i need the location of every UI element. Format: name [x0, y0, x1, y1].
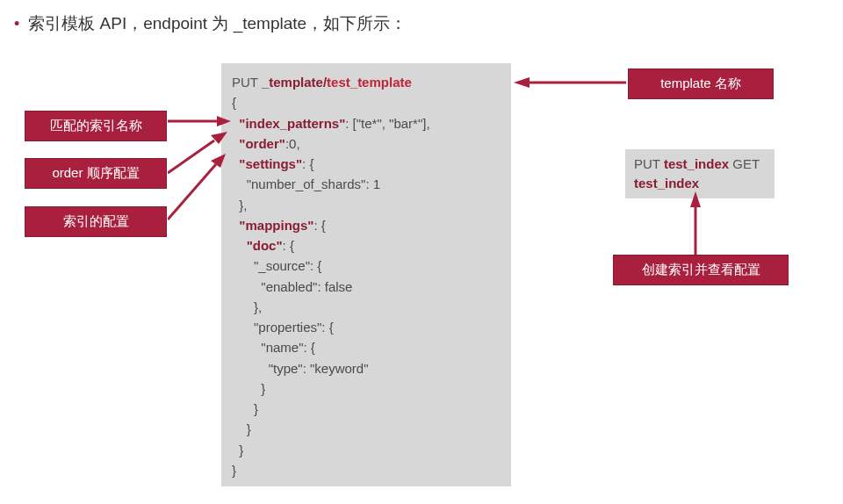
small-get: GET: [732, 156, 760, 171]
small-put: PUT: [634, 156, 664, 171]
code-line: }: [232, 463, 236, 478]
code-v-patterns: : ["te*", "bar*"],: [345, 116, 429, 131]
label-order: order 顺序配置: [25, 158, 167, 189]
code-line: "enabled": false: [232, 279, 352, 294]
code-line: "properties": {: [232, 320, 334, 335]
svg-marker-7: [514, 77, 530, 88]
code-k-order: "order": [239, 136, 285, 151]
code-k-settings: "settings": [239, 156, 302, 171]
code-v-mappings: : {: [313, 218, 325, 233]
code-line: "name": {: [232, 340, 315, 355]
title-row: • 索引模板 API，endpoint 为 _template，如下所示：: [14, 12, 407, 35]
small-get-idx: test_index: [634, 176, 699, 191]
code-block-main: PUT _template/test_template { "index_pat…: [221, 63, 511, 486]
svg-line-4: [168, 164, 216, 220]
code-line: }: [232, 443, 243, 457]
code-line: "type": "keyword": [232, 361, 369, 376]
svg-marker-5: [211, 154, 226, 168]
code-v-doc: : {: [283, 238, 294, 253]
code-k-mappings: "mappings": [239, 218, 313, 233]
svg-marker-9: [690, 191, 701, 207]
code-line: }: [232, 381, 265, 396]
code-line: "number_of_shards": 1: [232, 176, 380, 191]
code-line: }: [232, 401, 258, 416]
svg-marker-1: [217, 116, 231, 126]
page-title: 索引模板 API，endpoint 为 _template，如下所示：: [28, 12, 407, 35]
code-k-patterns: "index_patterns": [239, 116, 345, 131]
label-create: 创建索引并查看配置: [613, 255, 789, 285]
code-line: {: [232, 95, 236, 110]
arrow-settings-icon: [168, 154, 231, 226]
code-v-settings: : {: [302, 156, 313, 171]
code-tpl-name: test_template: [327, 75, 412, 90]
code-line: },: [232, 299, 262, 314]
arrow-tplname-icon: [514, 76, 626, 90]
code-line: },: [232, 198, 248, 212]
code-put: PUT: [232, 75, 262, 90]
bullet-icon: •: [14, 15, 19, 33]
label-tplname: template 名称: [628, 68, 774, 99]
code-line: }: [232, 421, 251, 436]
arrow-create-icon: [688, 191, 702, 255]
small-put-idx: test_index: [664, 156, 729, 171]
code-line: "_source": {: [232, 258, 321, 273]
label-match: 匹配的索引名称: [25, 111, 167, 141]
code-v-order: :0,: [285, 136, 300, 151]
code-tpl-path: _template: [262, 75, 323, 90]
arrow-match-icon: [168, 114, 231, 128]
label-settings: 索引的配置: [25, 206, 167, 237]
code-k-doc: "doc": [247, 238, 283, 253]
